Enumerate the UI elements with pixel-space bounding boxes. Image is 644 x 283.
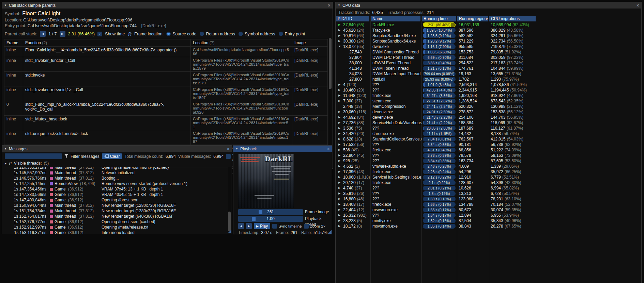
frame-location-option[interactable]: Source code (166, 32, 196, 36)
cpu-row[interactable]: ▶30,380(24)ScriptedSandbox64.exe1:28.2 (… (336, 38, 641, 44)
tree-collapsed-icon[interactable]: ▶ (338, 38, 342, 44)
cpu-row[interactable]: 37,904DWM LPC Port Thread6.69 s (0.70%)3… (336, 55, 641, 60)
sync-timeline-checkbox[interactable]: ✓ (272, 224, 277, 229)
tree-collapsed-icon[interactable]: ▶ (338, 87, 342, 93)
cpu-row[interactable]: ▶7,300(37)steam.exe27.61 s (2.87%)1,286,… (336, 98, 641, 104)
next-stack-button[interactable]: ▶ (60, 31, 65, 37)
cpu-row[interactable]: 27,800ntdll.dll25.93 ms (0.00%)1,7021,29… (336, 77, 641, 82)
tree-collapsed-icon[interactable]: ▶ (338, 202, 342, 207)
message-row[interactable]: 1s 145,557,997nsMain thread(37,812)Netwo… (2, 170, 232, 176)
message-row[interactable]: 1s 147,255,145nsRemoteView(18,796)Remote… (2, 181, 232, 186)
collapse-icon[interactable]: ▼ (338, 4, 340, 7)
expand-arrow-icon[interactable]: ▸ (5, 161, 7, 166)
messages-titlebar[interactable]: ▼ Messages × (2, 146, 232, 152)
cpu-row[interactable]: ▶3,536(75)???20.05 s (2.08%)187,689116,1… (336, 126, 641, 131)
col-cpu-migrations[interactable]: CPU migrations (489, 16, 536, 21)
callstack-row[interactable]: inlinestd::_Mutex_base::lockC:\Program F… (4, 116, 328, 130)
resize-grip[interactable] (328, 230, 332, 234)
cpu-row[interactable]: ▶11,648(120)firefox.exe34.27 s (3.56%)1,… (336, 93, 641, 98)
resize-grip[interactable] (228, 230, 231, 233)
cpu-row[interactable]: ▶18,172(8)msvsmon.exe1.35 s (0.14%)38,84… (336, 223, 641, 229)
sync-timeline-control[interactable]: ✓ Sync timeline (272, 224, 302, 229)
callstack-row[interactable]: inlinestd::_Invoker_ret<void,1>::_CallC:… (4, 86, 328, 101)
cpu-row[interactable]: ▶45,620(24)Tracy.exe1:39.5 (10.34%)887,5… (336, 28, 641, 33)
show-time-checkbox[interactable]: ✓ (97, 32, 102, 36)
cpu-row[interactable]: ▶44,692(84)devenv.exe21.43 s (2.23%)254,… (336, 115, 641, 120)
visible-threads-row[interactable]: ▸ ⇄ Visible threads: (5) (2, 160, 232, 167)
tree-collapsed-icon[interactable]: ▶ (338, 153, 342, 158)
tree-collapsed-icon[interactable]: ▶ (338, 147, 342, 153)
prev-stack-button[interactable]: ◀ (40, 31, 46, 37)
cpu-row[interactable]: ▶928(25)???3.34 s (0.35%)163,73487,605(5… (336, 158, 641, 164)
col-pid-tid[interactable]: PID/TID (336, 16, 369, 21)
tree-collapsed-icon[interactable]: ▶ (338, 126, 342, 131)
cpu-row[interactable]: ▶4,632(2)vmware-authd.exe2.46 s (0.26%)4… (336, 164, 641, 169)
callstack-row[interactable]: inlinestd::invokeC:\Program Files (x86)\… (4, 72, 328, 86)
tree-collapsed-icon[interactable]: ▶ (338, 98, 342, 104)
cpu-row[interactable]: ▶34,420(20)chrome.exe11.11 s (1.15%)14,4… (336, 131, 641, 136)
prev-frame-button[interactable]: ◀ (238, 223, 244, 229)
tree-collapsed-icon[interactable]: ▶ (338, 196, 342, 202)
col-running-regions[interactable]: Running regions (457, 16, 488, 21)
cpu-row[interactable]: 41,348DWM Token Thread1.21 s (0.13%)174,… (336, 66, 641, 71)
callstack-row[interactable]: inlineFloor::CalcLight::__l4::<lambda_5b… (4, 47, 328, 57)
callstack-row[interactable]: inlinestd::_Invoker_functor::_CallC:\Pro… (4, 57, 328, 72)
close-icon[interactable]: × (637, 3, 639, 8)
collapse-icon[interactable]: ▼ (4, 148, 7, 150)
callstack-row[interactable]: inlinestd::unique_lock<std::mutex>::lock… (4, 130, 328, 145)
cpu-row[interactable]: 38,000uDWM Event Thread3.86 s (0.40%)294… (336, 60, 641, 66)
cpu-row[interactable]: ▶17,532(56)???5.34 s (0.55%)90,18156,738… (336, 142, 641, 147)
playback-speed-slider[interactable]: 1.00 (238, 216, 303, 222)
cpu-row[interactable]: ▶27,736(88)ServiceHub.DataWarehouse21.41… (336, 120, 641, 126)
cpu-row[interactable]: ▶16,880(46)???1.69 s (0.18%)123,98878,23… (336, 196, 641, 202)
tree-collapsed-icon[interactable]: ▶ (338, 191, 342, 196)
messages-scrollbar[interactable] (228, 167, 231, 232)
frame-location-option[interactable]: Return address (200, 32, 235, 36)
close-icon[interactable]: × (327, 147, 330, 151)
cpu-row[interactable]: ▶20,120(17)firefox.exe2.1 s (0.22%)128,6… (336, 180, 641, 185)
cpu-titlebar[interactable]: ▼ CPU data × (336, 2, 641, 9)
message-row[interactable]: 1s 152,776,777nsGame(36,912)Opening /for… (2, 219, 232, 224)
tree-collapsed-icon[interactable]: ▶ (338, 223, 342, 229)
tree-collapsed-icon[interactable]: ▶ (338, 115, 342, 120)
filter-input[interactable] (5, 153, 62, 159)
cpu-row[interactable]: ▶4,740(37)???2.01 s (0.21%)10,6266,994(6… (336, 185, 641, 191)
cpu-row[interactable]: ▶28,228(5)mintty.exe1.52 s (0.16%)87,504… (336, 218, 641, 223)
tree-collapsed-icon[interactable]: ▶ (338, 136, 342, 142)
cpu-row[interactable]: ▶30,060(116)devenv.exe24.01 s (2.50%)278… (336, 109, 641, 115)
cpu-row[interactable]: ▼13,072(65)dwm.exe1:16.1 (7.90%)955,5857… (336, 44, 641, 49)
playback-titlebar[interactable]: ▼ Playback × (233, 146, 332, 152)
cpu-row[interactable]: 34,028DWM Master Input Thread799.64 ms (… (336, 71, 641, 77)
message-row[interactable]: 1s 147,383,566nsGame(36,912)VRAM 43x45: … (2, 192, 232, 197)
tree-collapsed-icon[interactable]: ▶ (338, 207, 342, 213)
cpu-row[interactable]: ▶18,408(17)firefox.exe1.66 s (0.17%)134,… (336, 202, 641, 207)
message-row[interactable]: 1s 153,116,371nsGame(36,912)Intro menu l… (2, 230, 232, 234)
cpu-row[interactable]: ▶4(120)???1:01.9 (6.43%)2,593,3141,078,5… (336, 82, 641, 87)
tree-expanded-icon[interactable]: ▼ (338, 44, 342, 49)
tree-collapsed-icon[interactable]: ▶ (338, 120, 342, 126)
cpu-row[interactable]: ▶16,332(982)???1.64 s (0.17%)12,8946,955… (336, 213, 641, 218)
tree-collapsed-icon[interactable]: ▶ (338, 174, 342, 180)
cpu-row[interactable]: ▶22,404(12)msvsmon.exe1.65 s (0.17%)50,6… (336, 207, 641, 213)
col-name[interactable]: Name (371, 16, 420, 21)
scrollbar-thumb[interactable] (228, 212, 231, 231)
tree-collapsed-icon[interactable]: ▶ (338, 28, 342, 33)
col-running-time[interactable]: Running time (422, 16, 456, 21)
callstack-titlebar[interactable]: ▼ Call stack sample parents × (2, 2, 333, 9)
cpu-row[interactable]: ▶22,804(45)???3.78 s (0.39%)79,57858,163… (336, 153, 641, 158)
tree-collapsed-icon[interactable]: ▶ (338, 218, 342, 223)
zoom-control[interactable]: ✓ Zoom 2× (304, 224, 326, 229)
message-row[interactable]: 1s 147,354,456nsGame(36,912)VRAM 37x45: … (2, 186, 232, 192)
message-row[interactable]: 1s 120,335,272nsMain thread(37,812)Openi… (2, 167, 232, 170)
clear-button[interactable]: Clear (102, 153, 122, 159)
close-icon[interactable]: × (328, 3, 331, 8)
cpu-row[interactable]: ▶35,916(26)???1.8 s (0.19%)13,3136,728(5… (336, 191, 641, 196)
frame-location-option[interactable]: Symbol address (239, 32, 275, 36)
cpu-row[interactable]: ▶536(49)firefox.exe4.61 s (0.48%)68,8565… (336, 147, 641, 153)
next-frame-button[interactable]: ▶ (246, 223, 252, 229)
play-button[interactable]: ▶ Play (254, 223, 270, 229)
tree-collapsed-icon[interactable]: ▶ (338, 33, 342, 38)
message-row[interactable]: 1s 147,400,846nsGame(36,912)Opening /for… (2, 197, 232, 203)
close-icon[interactable]: × (227, 147, 230, 151)
collapse-icon[interactable]: ▼ (235, 148, 238, 150)
